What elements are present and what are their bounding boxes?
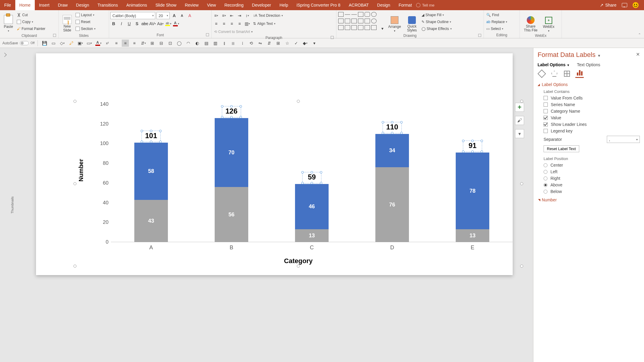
justify-button[interactable]: ≡: [236, 20, 243, 27]
qat-shape-button[interactable]: ◇: [59, 40, 66, 47]
font-name-combo[interactable]: Calibri (Body): [110, 12, 155, 19]
align-center-button[interactable]: ≡: [221, 20, 227, 27]
shrink-font-button[interactable]: A: [179, 12, 185, 19]
qat-fontcolor-button[interactable]: A: [95, 40, 102, 47]
layout-button[interactable]: Layout: [74, 11, 97, 18]
paragraph-launcher[interactable]: [331, 36, 334, 39]
label-handle[interactable]: [221, 116, 223, 118]
tab-label-options[interactable]: Label Options ▼: [538, 62, 570, 67]
highlight-button[interactable]: ab: [165, 20, 171, 27]
change-case-button[interactable]: Aa: [157, 20, 164, 27]
label-handle[interactable]: [240, 105, 242, 108]
chart-object[interactable]: 020406080100120140 Number 43581015670126…: [75, 101, 522, 266]
strikethrough-button[interactable]: abc: [142, 20, 148, 27]
tab-file[interactable]: File: [0, 0, 15, 10]
bar-segment[interactable]: 43: [134, 200, 168, 242]
label-handle[interactable]: [471, 140, 474, 142]
columns-button[interactable]: ▥: [244, 20, 251, 27]
label-handle[interactable]: [221, 105, 223, 108]
selection-handle[interactable]: [520, 182, 523, 185]
share-file-button[interactable]: Share This File: [521, 11, 540, 33]
nav-pane-collapsed[interactable]: [0, 48, 9, 362]
shape-outline-button[interactable]: ✎Shape Outline: [420, 18, 453, 25]
label-selection-box[interactable]: [142, 131, 161, 142]
qat-newslide-button[interactable]: ▭: [50, 40, 57, 47]
increase-indent-button[interactable]: ⇥: [236, 12, 243, 19]
replace-button[interactable]: abReplace: [485, 18, 508, 25]
close-pane-button[interactable]: ✕: [636, 52, 640, 57]
tab-home[interactable]: Home: [15, 0, 35, 10]
collapse-ribbon-button[interactable]: ⌃: [635, 31, 644, 38]
shapes-gallery[interactable]: [338, 12, 377, 31]
shapes-more-button[interactable]: ▾: [379, 25, 386, 32]
label-handle[interactable]: [462, 140, 464, 142]
numbering-button[interactable]: ≡: [221, 12, 227, 19]
bar-segment[interactable]: 76: [375, 167, 409, 242]
new-slide-button[interactable]: New Slide: [60, 11, 74, 33]
opt-value[interactable]: Value: [544, 115, 640, 120]
label-handle[interactable]: [462, 150, 464, 153]
qat-arc-button[interactable]: ◠: [185, 40, 192, 47]
align-left-button[interactable]: ≡: [213, 20, 219, 27]
bold-button[interactable]: B: [110, 20, 117, 27]
label-handle[interactable]: [150, 130, 152, 132]
drawing-launcher[interactable]: [478, 34, 481, 37]
qat-align-center-button[interactable]: ≡: [122, 40, 129, 47]
qat-valign-button[interactable]: ⇵: [140, 40, 147, 47]
tab-ispring[interactable]: iSpring Converter Pro 8: [292, 0, 344, 10]
label-selection-box[interactable]: [222, 106, 241, 117]
thumbnails-rail[interactable]: Thumbnails: [9, 48, 16, 362]
tab-draw[interactable]: Draw: [54, 0, 72, 10]
reset-slide-button[interactable]: Reset: [74, 18, 97, 25]
qat-shape2-button[interactable]: ◐: [194, 40, 201, 47]
fill-line-tab-icon[interactable]: [538, 70, 546, 78]
clear-formatting-button[interactable]: A: [186, 12, 193, 19]
qat-bringfront-button[interactable]: ▤: [203, 40, 210, 47]
select-button[interactable]: ▭Select: [485, 25, 505, 32]
copy-button[interactable]: Copy: [16, 18, 46, 25]
align-right-button[interactable]: ≡: [228, 20, 235, 27]
qat-align-right-button[interactable]: ≡: [131, 40, 138, 47]
selection-handle[interactable]: [520, 100, 523, 103]
chart-filters-button[interactable]: ▾: [515, 129, 524, 138]
label-selection-box[interactable]: [463, 141, 482, 152]
tab-design[interactable]: Design: [72, 0, 94, 10]
char-spacing-button[interactable]: AV: [149, 20, 156, 27]
pos-left[interactable]: Left: [544, 169, 640, 174]
save-button[interactable]: 💾: [41, 40, 48, 47]
opt-value-from-cells[interactable]: Value From Cells: [544, 96, 640, 100]
comments-icon[interactable]: [622, 3, 627, 7]
line-spacing-button[interactable]: ↕: [244, 12, 251, 19]
y-axis-label[interactable]: Number: [78, 159, 85, 182]
shadow-button[interactable]: S: [134, 20, 140, 27]
feedback-smiley-icon[interactable]: [633, 2, 639, 8]
tab-recording[interactable]: Recording: [220, 0, 248, 10]
label-selection-box[interactable]: [383, 122, 402, 133]
label-handle[interactable]: [141, 130, 143, 132]
tab-slideshow[interactable]: Slide Show: [151, 0, 180, 10]
section-button[interactable]: Section: [74, 25, 97, 32]
tab-animations[interactable]: Animations: [122, 0, 151, 10]
tab-chart-design[interactable]: Design: [373, 0, 395, 10]
label-handle[interactable]: [391, 121, 393, 123]
label-handle[interactable]: [391, 132, 393, 134]
x-axis[interactable]: ABCDE: [111, 245, 513, 254]
label-handle[interactable]: [471, 150, 474, 153]
tell-me-search[interactable]: Tell me: [416, 0, 434, 10]
selection-handle[interactable]: [297, 100, 300, 103]
quick-styles-button[interactable]: Quick Styles: [404, 11, 420, 33]
webex-button[interactable]: + WebEx▾: [540, 11, 557, 33]
qat-regroup-button[interactable]: ⊡: [167, 40, 174, 47]
label-selection-box[interactable]: [302, 172, 321, 183]
pos-below[interactable]: Below: [544, 189, 640, 194]
selection-handle[interactable]: [73, 182, 76, 185]
opt-category-name[interactable]: Category Name: [544, 109, 640, 114]
qat-superscript-button[interactable]: x²: [104, 40, 111, 47]
effects-tab-icon[interactable]: [550, 70, 559, 78]
label-handle[interactable]: [320, 171, 322, 174]
label-handle[interactable]: [311, 182, 313, 184]
autosave-toggle[interactable]: AutoSave Off: [2, 41, 34, 45]
format-painter-button[interactable]: 🖌Format Painter: [16, 25, 46, 32]
opt-series-name[interactable]: Series Name: [544, 102, 640, 107]
tab-review[interactable]: Review: [180, 0, 203, 10]
